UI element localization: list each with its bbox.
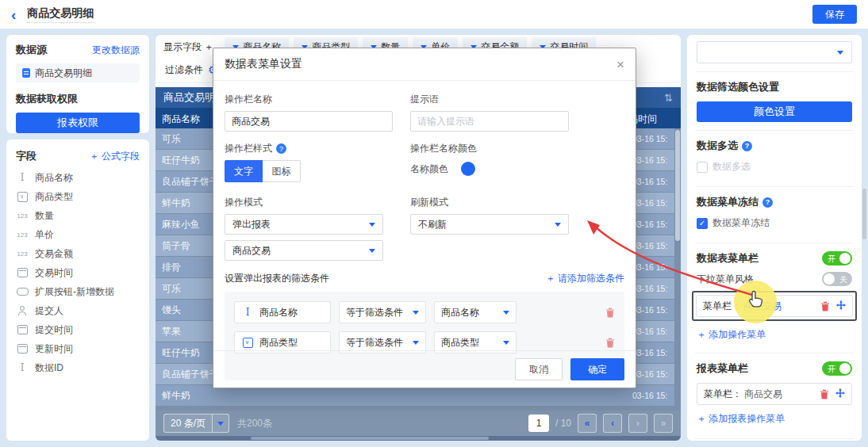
help-icon[interactable]: ? (742, 141, 752, 151)
document-icon (22, 68, 30, 78)
number-icon (16, 250, 29, 258)
panel-dropdown[interactable] (697, 41, 852, 63)
field-item[interactable]: 提交时间 (16, 320, 140, 339)
report-menu-item[interactable]: 菜单栏：商品交易 (697, 383, 852, 405)
trash-icon[interactable] (605, 308, 615, 318)
add-menu-link[interactable]: ＋ 添加操作菜单 (697, 328, 852, 342)
move-icon[interactable] (836, 300, 846, 312)
page-number-input[interactable]: 1 (528, 415, 549, 432)
field-item[interactable]: 单价 (16, 225, 140, 244)
menu-item-value: 商品交易 (744, 388, 782, 401)
table-menu-toggle[interactable]: 开 (822, 251, 852, 266)
text-icon (241, 307, 254, 318)
trash-icon[interactable] (605, 338, 615, 348)
page-title: 商品交易明细 (27, 6, 94, 23)
select-icon (243, 338, 253, 348)
field-item[interactable]: 更新时间 (16, 339, 140, 358)
fields-title: 字段 (16, 149, 36, 163)
report-permission-button[interactable]: 报表权限 (16, 113, 140, 133)
freeze-checkbox-row[interactable]: ✓ 数据菜单冻结 (697, 216, 852, 230)
field-item[interactable]: 商品名称 (16, 168, 140, 187)
table-menu-settings-dialog: 数据表菜单设置 × 操作栏名称 提示语 操作栏样式? 文字 图 (213, 48, 636, 388)
checkbox-unchecked-icon[interactable] (697, 162, 708, 173)
horizontal-scrollbar[interactable] (156, 436, 681, 441)
trash-icon[interactable] (820, 301, 830, 311)
button-icon (17, 288, 29, 296)
dropdown-style-toggle[interactable]: 关 (822, 272, 852, 286)
checkbox-checked-icon[interactable]: ✓ (697, 218, 708, 229)
report-menu-toggle[interactable]: 开 (822, 361, 852, 376)
panel-scrollbar[interactable] (862, 189, 866, 239)
filter-op-dropdown[interactable]: 等于筛选条件 (339, 301, 426, 323)
last-page-button[interactable]: » (654, 414, 673, 433)
number-icon (16, 231, 29, 239)
move-icon[interactable] (835, 388, 845, 400)
confirm-button[interactable]: 确定 (570, 358, 624, 380)
style-icon-button[interactable]: 图标 (263, 160, 301, 182)
chevron-down-icon (503, 341, 509, 345)
selected-menu-highlight: 菜单栏：商品交易 (692, 291, 857, 321)
tip-input[interactable] (410, 111, 569, 132)
filter-section-label: 设置弹出报表的筛选条件 (225, 272, 329, 285)
field-item[interactable]: 扩展按钮-新增数据 (16, 282, 140, 301)
action-bar-name-input[interactable] (225, 111, 393, 132)
field-label: 商品类型 (35, 190, 73, 204)
chevron-down-icon (555, 223, 561, 227)
display-fields-label[interactable]: 显示字段 ＋ (163, 40, 213, 54)
save-button[interactable]: 保存 (812, 5, 857, 24)
chevron-down-icon (503, 311, 509, 315)
field-label: 提交时间 (35, 323, 73, 337)
sort-icon[interactable]: ⇅ (664, 92, 673, 104)
page-size-select[interactable]: 20 条/页 (163, 414, 229, 433)
color-swatch[interactable] (461, 162, 475, 176)
prev-page-button[interactable]: ‹ (603, 414, 622, 433)
menu-item-prefix: 菜单栏： (703, 300, 741, 313)
chevron-down-icon (369, 249, 375, 253)
help-icon[interactable]: ? (276, 143, 286, 154)
filter-value-dropdown[interactable]: 商品名称 (434, 301, 517, 323)
cancel-button[interactable]: 取消 (515, 358, 563, 380)
color-setting-button[interactable]: 颜色设置 (697, 101, 852, 122)
top-bar: ‹ 商品交易明细 保存 (0, 0, 868, 29)
checkbox-label: 数据多选 (712, 160, 751, 174)
calendar-icon (17, 344, 28, 353)
style-text-button[interactable]: 文字 (225, 160, 263, 182)
filter-field-box[interactable]: 商品名称 (234, 301, 331, 323)
refresh-dropdown[interactable]: 不刷新 (410, 214, 569, 235)
close-icon[interactable]: × (616, 58, 624, 71)
total-count: 共200条 (237, 417, 272, 430)
first-page-button[interactable]: « (578, 414, 597, 433)
formula-field-link[interactable]: ＋ 公式字段 (90, 150, 140, 163)
field-item[interactable]: 提交人 (16, 301, 140, 320)
field-item[interactable]: 商品类型 (16, 187, 140, 206)
filter-row: 商品名称 等于筛选条件 商品名称 (234, 301, 615, 323)
field-label: 单价 (35, 228, 54, 242)
multi-select-title: 数据多选? (697, 139, 852, 153)
column-header-name[interactable]: 商品名称 (162, 113, 200, 126)
text-icon (16, 172, 29, 183)
field-item[interactable]: 交易金额 (16, 244, 140, 263)
add-report-menu-link[interactable]: ＋ 添加报表操作菜单 (697, 412, 852, 426)
add-filter-link[interactable]: ＋ 请添加筛选条件 (546, 272, 624, 285)
menu-item-value[interactable]: 商品交易 (743, 300, 782, 313)
table-menu-item[interactable]: 菜单栏：商品交易 (696, 295, 853, 317)
vertical-scrollbar[interactable] (675, 130, 680, 241)
field-item[interactable]: 数量 (16, 206, 140, 225)
field-label: 更新时间 (35, 342, 73, 356)
mode-dropdown[interactable]: 弹出报表 (225, 214, 383, 235)
field-item[interactable]: 交易时间 (16, 263, 140, 282)
report-menu-header: 报表菜单栏 开 (697, 361, 852, 376)
datasource-item[interactable]: 商品交易明细 (16, 63, 140, 82)
app-window: ‹ 商品交易明细 保存 数据源 更改数据源 商品交易明细 数据获取权限 报表权限… (0, 0, 868, 447)
name-color-label: 名称颜色 (410, 162, 448, 176)
multi-select-checkbox-row[interactable]: 数据多选 (697, 160, 852, 174)
help-icon[interactable]: ? (762, 197, 773, 208)
next-page-button[interactable]: › (628, 414, 647, 433)
report-menu-title: 报表菜单栏 (697, 361, 748, 376)
filter-label: 过滤条件 (165, 63, 203, 77)
report-dropdown[interactable]: 商品交易 (225, 240, 383, 261)
trash-icon[interactable] (820, 389, 829, 399)
back-icon[interactable]: ‹ (11, 7, 16, 22)
change-datasource-link[interactable]: 更改数据源 (92, 44, 140, 57)
field-item[interactable]: 数据ID (16, 358, 140, 377)
